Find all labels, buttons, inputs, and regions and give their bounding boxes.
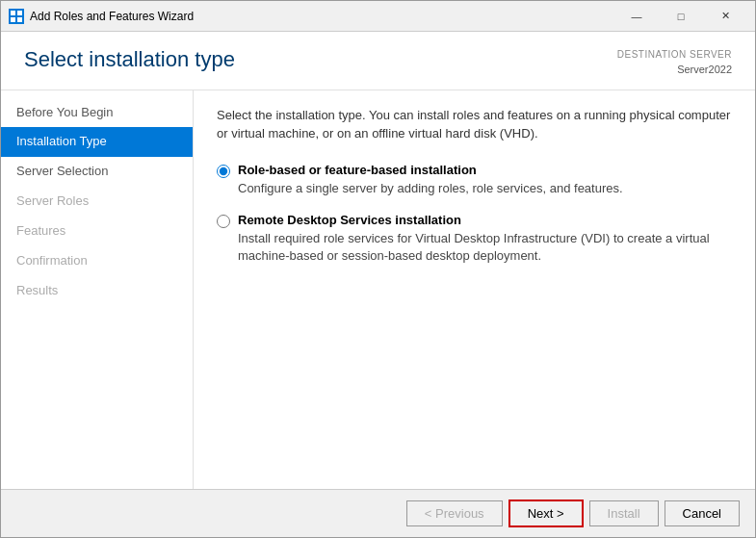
- role-based-title: Role-based or feature-based installation: [238, 163, 477, 177]
- cancel-button[interactable]: Cancel: [665, 500, 740, 526]
- window-title: Add Roles and Features Wizard: [30, 10, 614, 23]
- svg-rect-2: [11, 17, 15, 22]
- close-button[interactable]: ✕: [703, 1, 747, 32]
- page-title: Select installation type: [24, 47, 235, 72]
- maximize-button[interactable]: □: [659, 1, 703, 32]
- sidebar-item-installation-type[interactable]: Installation Type: [1, 127, 193, 157]
- role-based-radio[interactable]: [217, 165, 230, 178]
- next-button[interactable]: Next >: [508, 500, 584, 527]
- svg-rect-0: [11, 11, 15, 15]
- minimize-button[interactable]: —: [614, 1, 659, 32]
- description-text: Select the installation type. You can in…: [217, 106, 732, 143]
- body-area: Before You Begin Installation Type Serve…: [1, 90, 755, 490]
- svg-rect-3: [17, 17, 22, 22]
- sidebar-item-features: Features: [1, 217, 193, 246]
- destination-server-info: DESTINATION SERVER Server2022: [617, 47, 732, 78]
- page-header: Select installation type DESTINATION SER…: [1, 32, 755, 90]
- role-based-option: Role-based or feature-based installation…: [217, 163, 732, 197]
- destination-server-value: Server2022: [617, 62, 732, 78]
- title-bar: Add Roles and Features Wizard — □ ✕: [1, 1, 755, 32]
- sidebar-item-server-selection[interactable]: Server Selection: [1, 157, 193, 187]
- sidebar-item-before-you-begin[interactable]: Before You Begin: [1, 98, 193, 128]
- install-button[interactable]: Install: [589, 500, 659, 526]
- role-based-label[interactable]: Role-based or feature-based installation: [217, 163, 732, 178]
- wizard-window: Add Roles and Features Wizard — □ ✕ Sele…: [0, 0, 756, 538]
- previous-button[interactable]: < Previous: [406, 500, 503, 526]
- remote-desktop-radio[interactable]: [217, 215, 230, 228]
- remote-desktop-option: Remote Desktop Services installation Ins…: [217, 213, 732, 265]
- remote-desktop-title: Remote Desktop Services installation: [238, 213, 461, 227]
- sidebar-item-server-roles: Server Roles: [1, 187, 193, 217]
- sidebar: Before You Begin Installation Type Serve…: [1, 90, 194, 490]
- footer: < Previous Next > Install Cancel: [1, 489, 755, 537]
- main-layout: Select installation type DESTINATION SER…: [1, 32, 755, 537]
- sidebar-item-confirmation: Confirmation: [1, 246, 193, 276]
- remote-desktop-label[interactable]: Remote Desktop Services installation: [217, 213, 732, 228]
- app-icon: [9, 9, 24, 24]
- remote-desktop-desc: Install required role services for Virtu…: [238, 230, 732, 265]
- content-area: Select the installation type. You can in…: [194, 90, 755, 490]
- destination-server-label: DESTINATION SERVER: [617, 47, 732, 62]
- svg-rect-1: [17, 11, 22, 15]
- role-based-desc: Configure a single server by adding role…: [238, 180, 732, 197]
- sidebar-item-results: Results: [1, 276, 193, 306]
- window-controls: — □ ✕: [614, 1, 747, 32]
